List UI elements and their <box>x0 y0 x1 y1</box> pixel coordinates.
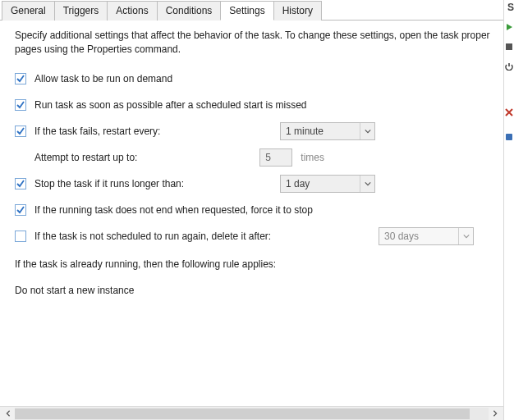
scroll-left-button[interactable] <box>2 408 15 420</box>
label-attempt: Attempt to restart up to: <box>34 152 137 163</box>
checkbox-run-asap[interactable] <box>15 99 26 111</box>
combo-delete-duration: 30 days <box>379 227 474 245</box>
checkbox-force-stop[interactable] <box>15 204 26 216</box>
scroll-track[interactable] <box>15 408 489 420</box>
checkbox-restart-every[interactable] <box>15 126 26 137</box>
tab-general[interactable]: General <box>2 1 55 21</box>
properties-panel: General Triggers Actions Conditions Sett… <box>0 0 504 420</box>
horizontal-scrollbar[interactable] <box>0 406 503 420</box>
tab-actions[interactable]: Actions <box>107 1 157 21</box>
tab-bar: General Triggers Actions Conditions Sett… <box>0 0 503 21</box>
right-strip: S <box>504 0 514 420</box>
indent-spacer <box>15 152 26 163</box>
label-rule-value: Do not start a new instance <box>15 285 134 296</box>
svg-rect-1 <box>506 134 512 140</box>
tab-conditions[interactable]: Conditions <box>157 1 222 21</box>
label-rule-intro: If the task is already running, then the… <box>15 258 276 270</box>
label-run-asap: Run task as soon as possible after a sch… <box>34 99 307 111</box>
properties-icon[interactable] <box>504 131 514 143</box>
off-icon[interactable] <box>504 61 514 72</box>
label-allow-demand: Allow task to be run on demand <box>34 73 172 84</box>
cancel-icon[interactable] <box>504 107 514 118</box>
combo-restart-interval[interactable]: 1 minute <box>280 122 375 140</box>
settings-content: Specify additional settings that affect … <box>0 21 503 406</box>
play-icon[interactable] <box>504 21 514 33</box>
svg-rect-0 <box>506 43 512 50</box>
chevron-down-icon <box>458 228 473 244</box>
tab-triggers[interactable]: Triggers <box>54 1 108 21</box>
chevron-down-icon <box>360 123 374 139</box>
label-attempt-suffix: times <box>301 152 324 163</box>
label-delete-after: If the task is not scheduled to run agai… <box>34 231 271 242</box>
chevron-down-icon <box>360 176 374 192</box>
checkbox-allow-demand[interactable] <box>15 73 26 84</box>
input-attempt-count[interactable]: 5 <box>259 148 292 167</box>
stop-icon[interactable] <box>504 41 514 52</box>
label-force-stop: If the running task does not end when re… <box>34 204 313 216</box>
checkbox-stop-longer[interactable] <box>15 178 26 189</box>
checkbox-delete-after[interactable] <box>15 231 26 242</box>
tab-history[interactable]: History <box>273 1 322 21</box>
label-stop-longer: Stop the task if it runs longer than: <box>34 178 184 189</box>
scroll-right-button[interactable] <box>489 408 502 420</box>
right-strip-header: S <box>507 2 514 13</box>
scroll-thumb[interactable] <box>15 409 470 419</box>
label-restart-every: If the task fails, restart every: <box>34 126 160 137</box>
combo-stop-duration[interactable]: 1 day <box>280 175 375 193</box>
tab-settings[interactable]: Settings <box>220 1 273 21</box>
intro-text: Specify additional settings that affect … <box>15 29 498 57</box>
